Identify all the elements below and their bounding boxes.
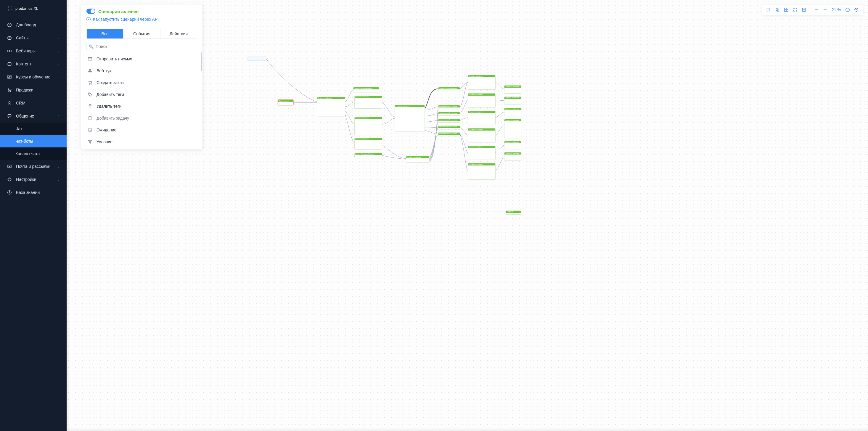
nav-sales[interactable]: Продажи ⌄	[0, 84, 67, 96]
chat-icon	[7, 114, 12, 118]
zoom-in-button[interactable]	[822, 6, 829, 13]
action-condition[interactable]: Условие	[81, 136, 203, 148]
svg-rect-3	[8, 63, 11, 65]
brand-name: prodamus XL	[16, 6, 38, 11]
node[interactable]: Отправить сообщение	[395, 105, 425, 131]
subnav-chat-bots[interactable]: Чат-боты	[0, 135, 67, 147]
nav-label: Почта и рассылки	[16, 164, 50, 169]
expand-icon[interactable]	[792, 6, 799, 13]
node[interactable]: Отправить сообщение	[504, 108, 521, 116]
action-create-order[interactable]: Создать заказ	[81, 77, 203, 89]
node[interactable]: Отправить сообщение	[468, 75, 496, 90]
node[interactable]: Отправить сообщение	[406, 156, 430, 162]
grid-icon[interactable]	[783, 6, 790, 13]
node[interactable]: Установить атрибут контакта	[438, 119, 460, 123]
node[interactable]: Установить атрибут контакта	[438, 132, 460, 136]
node[interactable]: Отправить сообщение	[354, 96, 382, 109]
nav-content[interactable]: Контент ⌄	[0, 57, 67, 70]
layers-icon	[7, 62, 12, 66]
node[interactable]: Установить атрибут контакта	[438, 125, 460, 129]
svg-point-17	[89, 93, 89, 94]
api-help-link[interactable]: i Как запустить сценарий через API	[87, 17, 197, 22]
chevron-down-icon: ⌄	[57, 75, 60, 79]
help-icon[interactable]	[844, 6, 851, 13]
node[interactable]: Отправить сообщение	[504, 141, 521, 149]
svg-rect-26	[786, 10, 788, 11]
nav-courses[interactable]: Курсы и обучение ⌄	[0, 70, 67, 84]
fit-icon[interactable]	[801, 6, 808, 13]
nav-label: Вебинары	[16, 49, 35, 53]
action-label: Создать заказ	[96, 80, 124, 85]
node[interactable]: Отправить сообщение	[468, 146, 496, 160]
chevron-down-icon: ⌄	[57, 89, 60, 92]
nav-crm[interactable]: CRM ⌄	[0, 96, 67, 110]
clipboard-icon	[88, 116, 92, 121]
main-nav: Дашбоард Сайты ⌄ Вебинары ⌄ Контент ⌄ Ку…	[0, 17, 67, 199]
ghost-node[interactable]	[247, 57, 267, 61]
action-add-task[interactable]: Добавить задачу	[81, 112, 203, 124]
filter-icon	[88, 140, 92, 144]
nav-dashboard[interactable]: Дашбоард	[0, 18, 67, 31]
tab-all[interactable]: Все	[87, 29, 123, 38]
tab-actions[interactable]: Действия	[160, 29, 197, 38]
svg-point-7	[8, 101, 10, 103]
svg-point-16	[91, 84, 91, 84]
nav-mail[interactable]: Почта и рассылки ⌄	[0, 160, 67, 173]
node[interactable]: Отправить сообщение	[504, 96, 521, 105]
chevron-down-icon: ⌄	[57, 101, 60, 105]
node[interactable]: Сделан: Стандартный вопрос	[438, 87, 460, 91]
copy-icon[interactable]	[765, 6, 772, 13]
node[interactable]: Отправить сообщение	[504, 85, 521, 94]
subnav-chat-channels[interactable]: Каналы чата	[0, 147, 67, 160]
svg-rect-8	[8, 165, 11, 168]
action-send-mail[interactable]: Отправить письмо	[81, 53, 203, 65]
envelope-icon	[7, 164, 12, 169]
gauge-icon	[7, 23, 12, 27]
node[interactable]: Отправить сообщение	[354, 117, 382, 135]
nav-label: Контент	[16, 62, 31, 66]
nav-webinars[interactable]: Вебинары ⌄	[0, 44, 67, 57]
nav-label: Настройки	[16, 177, 36, 182]
zoom-out-button[interactable]	[813, 6, 820, 13]
action-wait[interactable]: Ожидание	[81, 124, 203, 136]
node[interactable]: Отправить сообщение	[468, 128, 496, 143]
broadcast-icon	[7, 49, 12, 53]
node[interactable]: Отправить сообщение	[468, 93, 496, 107]
flow-canvas[interactable]: Задать уровень Отправить сообщение Сдела…	[67, 0, 868, 431]
node[interactable]: Отправить сообщение	[504, 119, 521, 138]
history-icon[interactable]	[853, 6, 860, 13]
svg-point-15	[89, 84, 90, 84]
action-webhook[interactable]: Веб-хук	[81, 65, 203, 77]
node[interactable]: Сделан: Стандартный вопрос	[354, 153, 382, 158]
search-icon: 🔍	[89, 44, 94, 49]
node[interactable]: Отправить сообщение	[468, 111, 496, 125]
node[interactable]: Отправить сообщение	[504, 152, 521, 160]
chevron-up-icon: ⌃	[57, 115, 60, 118]
nav-messaging[interactable]: Общение ⌃	[0, 110, 67, 123]
nav-sites[interactable]: Сайты ⌄	[0, 31, 67, 44]
svg-rect-24	[786, 8, 788, 9]
duplicate-icon[interactable]	[774, 6, 781, 13]
node[interactable]: Отправить	[506, 211, 521, 215]
node[interactable]: Установить атрибут контакта	[438, 105, 460, 109]
tab-events[interactable]: События	[123, 29, 160, 38]
scrollbar-thumb[interactable]	[201, 52, 202, 71]
node[interactable]: Отправить сообщение	[317, 97, 345, 116]
subnav-chat[interactable]: Чат	[0, 123, 67, 135]
sidebar: ＋−＋− prodamus XL Дашбоард Сайты ⌄ Вебина…	[0, 0, 67, 431]
node[interactable]: Отправить сообщение	[468, 163, 496, 180]
action-remove-tags[interactable]: Удалить теги	[81, 100, 203, 112]
svg-point-6	[10, 91, 11, 92]
node[interactable]: Отправить сообщение	[354, 137, 382, 150]
nav-kb[interactable]: База знаний	[0, 186, 67, 199]
action-list: Отправить письмо Веб-хук Создать заказ Д…	[81, 51, 203, 149]
info-icon: i	[87, 17, 91, 21]
action-add-tags[interactable]: Добавить теги	[81, 89, 203, 100]
node[interactable]: Сделан: Стандартный вопрос	[353, 87, 379, 92]
nav-settings[interactable]: Настройки ⌄	[0, 173, 67, 186]
node[interactable]: Установить атрибут контакта	[438, 112, 460, 116]
node-selected[interactable]: Задать уровень	[278, 100, 293, 105]
brand-logo: ＋−＋− prodamus XL	[0, 0, 67, 17]
search-input[interactable]	[87, 42, 197, 51]
scenario-active-toggle[interactable]	[87, 8, 95, 14]
